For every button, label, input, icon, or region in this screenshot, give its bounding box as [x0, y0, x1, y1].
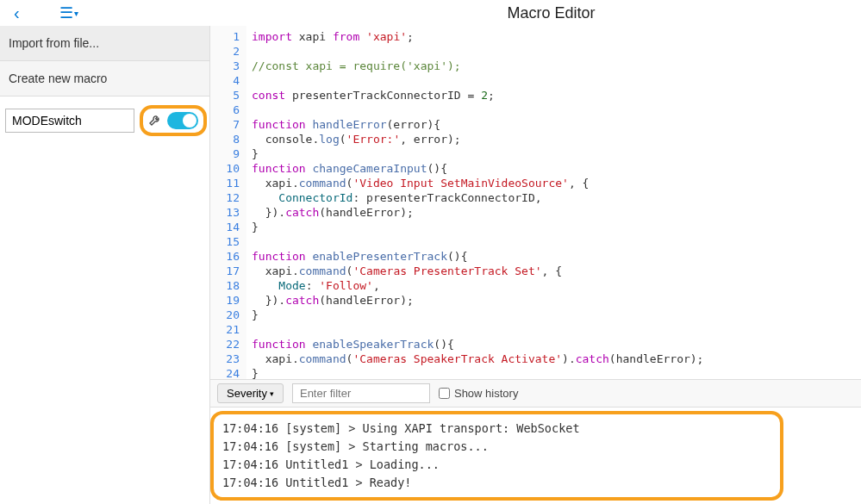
- hamburger-icon: ☰: [59, 3, 73, 22]
- show-history-input[interactable]: [439, 388, 450, 399]
- macro-toggle-highlight: [140, 105, 207, 136]
- caret-down-icon: ▾: [74, 9, 78, 18]
- code-area: 1234567891011121314151617181920212223242…: [210, 26, 861, 379]
- show-history-checkbox[interactable]: Show history: [439, 387, 518, 400]
- console-line: 17:04:16 Untitled1 > Ready!: [222, 474, 771, 492]
- console-output: 17:04:16 [system] > Using XAPI transport…: [210, 411, 783, 501]
- console-controls: Severity ▾ Show history: [210, 379, 861, 408]
- macro-row: [0, 96, 209, 145]
- severity-dropdown[interactable]: Severity ▾: [217, 383, 284, 403]
- main-area: Import from file... Create new macro 123…: [0, 26, 861, 504]
- code-content[interactable]: import xapi from 'xapi';//const xapi = r…: [246, 26, 861, 379]
- show-history-label: Show history: [454, 387, 518, 400]
- caret-down-icon: ▾: [270, 389, 274, 398]
- severity-label: Severity: [227, 387, 267, 400]
- console-line: 17:04:16 Untitled1 > Loading...: [222, 456, 771, 474]
- page-title: Macro Editor: [507, 4, 595, 22]
- import-from-file[interactable]: Import from file...: [0, 26, 209, 61]
- macro-enabled-toggle[interactable]: [167, 112, 198, 129]
- wrench-icon[interactable]: [148, 113, 162, 129]
- console-filter-input[interactable]: [292, 383, 430, 403]
- console-line: 17:04:16 [system] > Using XAPI transport…: [222, 420, 771, 438]
- line-gutter: 1234567891011121314151617181920212223242…: [210, 26, 246, 379]
- macro-name-input[interactable]: [5, 109, 134, 133]
- menu-button[interactable]: ☰ ▾: [53, 2, 85, 24]
- topbar: ‹ ☰ ▾ Macro Editor: [0, 0, 861, 26]
- editor-area: 1234567891011121314151617181920212223242…: [209, 26, 861, 504]
- create-new-macro[interactable]: Create new macro: [0, 61, 209, 96]
- console-line: 17:04:16 [system] > Starting macros...: [222, 438, 771, 456]
- sidebar: Import from file... Create new macro: [0, 26, 209, 504]
- back-button[interactable]: ‹: [7, 2, 27, 25]
